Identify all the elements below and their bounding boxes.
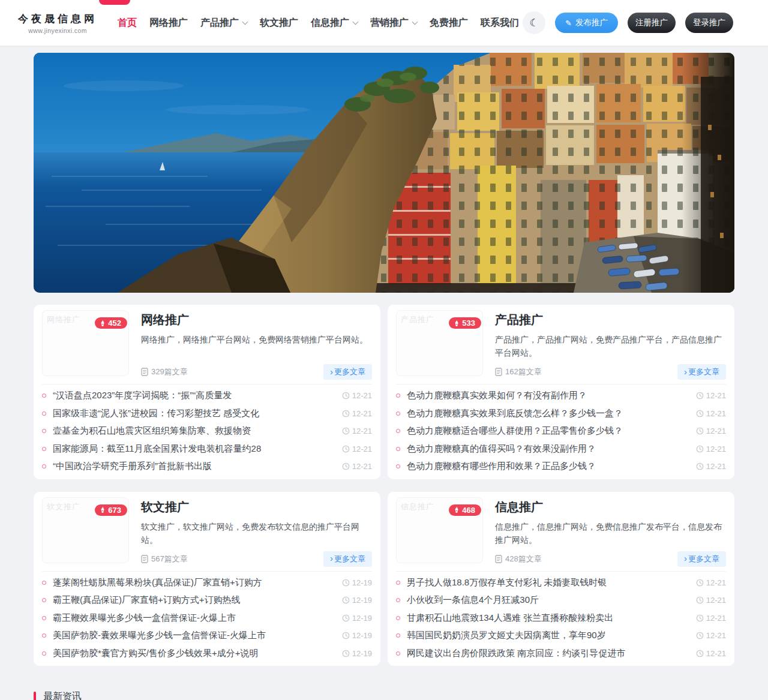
nav-item-network-promotion[interactable]: 网络推广 — [149, 17, 188, 29]
circle-bullet-icon — [42, 598, 46, 602]
hot-count-badge: 533 — [449, 317, 481, 329]
article-count-value: 162篇文章 — [505, 366, 542, 377]
article-link[interactable]: 美国萨勃胶*囊官方购买/售价多少钱效果+成分+说明 — [53, 648, 335, 659]
more-articles-button[interactable]: › 更多文章 — [323, 364, 372, 380]
article-date: 12-21 — [696, 649, 726, 658]
circle-bullet-icon — [42, 616, 46, 620]
article-date: 12-21 — [696, 614, 726, 623]
circle-bullet-icon — [42, 447, 46, 451]
card-title[interactable]: 网络推广 — [141, 312, 372, 328]
card-meta: 567篇文章 › 更多文章 — [141, 551, 372, 567]
article-link[interactable]: 色动力鹿鞭糖真实效果如何？有没有副作用？ — [407, 390, 689, 401]
article-date: 12-21 — [696, 631, 726, 640]
header-actions: ☾ ✎ 发布推广 注册推广 登录推广 — [523, 11, 750, 34]
more-articles-label: 更多文章 — [688, 554, 719, 564]
article-row: 壹基金为积石山地震灾区组织筹集防寒、救援物资 12-21 — [42, 422, 372, 440]
clock-icon — [342, 650, 350, 657]
article-link[interactable]: 甘肃积石山地震致134人遇难 张兰直播称酸辣粉卖出 — [407, 612, 689, 624]
circle-bullet-icon — [396, 429, 400, 433]
article-list: 男子找人做18.8万假存单支付彩礼 未婚妻取钱时银 12-21 小伙收到一条信息… — [396, 571, 726, 663]
article-link[interactable]: 色动力鹿鞭糖真的值得买吗？有效果没副作用？ — [407, 443, 689, 455]
dark-mode-toggle[interactable]: ☾ — [523, 11, 545, 34]
nav-item-info-promotion[interactable]: 信息推广 — [311, 17, 358, 29]
nav-item-product-promotion[interactable]: 产品推广 — [200, 17, 247, 29]
card-network-promotion: 网络推广 452 网络推广 网络推广，网络推广平台网站，免费网络营销推广平台网站… — [34, 305, 380, 479]
article-link[interactable]: 色动力鹿鞭糖有哪些作用和效果？正品多少钱？ — [407, 461, 689, 472]
clock-icon — [342, 596, 350, 604]
clock-icon — [696, 596, 704, 604]
thumbnail-watermark: 软文推广 — [47, 501, 80, 512]
clock-icon — [342, 579, 350, 587]
article-link[interactable]: “中国政治学研究手册系列”首批新书出版 — [53, 461, 335, 472]
latest-news-section-header: 最新资讯 — [34, 690, 734, 700]
hot-count-badge: 468 — [449, 504, 481, 516]
article-link[interactable]: “汉语盘点2023”年度字词揭晓：“振”“高质量发 — [53, 390, 335, 401]
article-link[interactable]: 霸王鞭(真品保证)厂家直销+订购方式+订购热线 — [53, 594, 335, 606]
article-date: 12-21 — [696, 596, 726, 605]
nav-item-label: 产品推广 — [200, 17, 239, 29]
register-button[interactable]: 注册推广 — [628, 13, 676, 33]
article-date: 12-21 — [696, 391, 726, 400]
article-link[interactable]: 男子找人做18.8万假存单支付彩礼 未婚妻取钱时银 — [407, 577, 689, 588]
card-thumbnail[interactable]: 产品推广 533 — [396, 310, 483, 376]
article-link[interactable]: 国家级非遗“泥人张”进校园：传习彩塑技艺 感受文化 — [53, 408, 335, 419]
article-row: 甘肃积石山地震致134人遇难 张兰直播称酸辣粉卖出 12-21 — [396, 609, 726, 627]
more-articles-button[interactable]: › 更多文章 — [677, 551, 726, 567]
article-count: 567篇文章 — [141, 554, 188, 564]
article-link[interactable]: 小伙收到一条信息4个月狂减30斤 — [407, 594, 689, 606]
card-thumbnail[interactable]: 信息推广 468 — [396, 497, 483, 563]
clock-icon — [696, 410, 704, 417]
login-button-label: 登录推广 — [693, 17, 725, 28]
publish-button[interactable]: ✎ 发布推广 — [555, 13, 618, 33]
article-link[interactable]: 霸王鞭效果曝光多少钱一盒信誉保证-火爆上市 — [53, 612, 335, 624]
site-logo[interactable]: 今夜晟信息网 www.jinyexinxi.com — [18, 12, 97, 34]
article-date: 12-21 — [342, 462, 372, 471]
article-link[interactable]: 韩国国民奶奶演员罗文姬丈夫因病离世，享年90岁 — [407, 630, 689, 641]
card-title[interactable]: 产品推广 — [495, 312, 726, 328]
article-link[interactable]: 色动力鹿鞭糖真实效果到底反馈怎么样？多少钱一盒？ — [407, 408, 689, 419]
chevron-right-icon: › — [330, 554, 333, 563]
card-info: 网络推广 网络推广，网络推广平台网站，免费网络营销推广平台网站。 329篇文章 … — [129, 310, 372, 380]
hot-count-badge: 452 — [95, 317, 127, 329]
nav-item-contact-us[interactable]: 联系我们 — [481, 17, 519, 29]
more-articles-button[interactable]: › 更多文章 — [677, 364, 726, 380]
clock-icon — [696, 392, 704, 399]
active-tab-indicator — [99, 0, 130, 5]
hot-count-value: 468 — [462, 506, 475, 514]
card-thumbnail[interactable]: 网络推广 452 — [42, 310, 129, 376]
moon-icon: ☾ — [529, 17, 538, 29]
nav-item-home[interactable]: 首页 — [118, 17, 137, 29]
article-row: 美国萨勃胶*囊官方购买/售价多少钱效果+成分+说明 12-19 — [42, 645, 372, 663]
article-link[interactable]: 美国萨勃胶-囊效果曝光多少钱一盒信誉保证-火爆上市 — [53, 630, 335, 641]
clock-icon — [342, 445, 350, 453]
nav-item-soft-article-promotion[interactable]: 软文推广 — [260, 17, 298, 29]
site-name: 今夜晟信息网 — [18, 12, 97, 26]
card-title[interactable]: 软文推广 — [141, 499, 372, 515]
article-date: 12-21 — [696, 444, 726, 453]
more-articles-label: 更多文章 — [334, 366, 365, 377]
site-url: www.jinyexinxi.com — [18, 27, 97, 34]
nav-item-marketing-promotion[interactable]: 营销推广 — [370, 17, 417, 29]
article-date-value: 12-21 — [706, 444, 726, 453]
more-articles-button[interactable]: › 更多文章 — [323, 551, 372, 567]
card-meta: 428篇文章 › 更多文章 — [495, 551, 726, 567]
nav-item-label: 信息推广 — [311, 17, 349, 29]
nav-item-free-promotion[interactable]: 免费推广 — [430, 17, 468, 29]
article-link[interactable]: 网民建议出台房价限跌政策 南京回应：约谈引导促进市 — [407, 648, 689, 659]
login-button[interactable]: 登录推广 — [685, 13, 733, 33]
card-thumbnail[interactable]: 软文推广 673 — [42, 497, 129, 563]
article-link[interactable]: 色动力鹿鞭糖适合哪些人群使用？正品零售价多少钱？ — [407, 425, 689, 437]
article-row: 小伙收到一条信息4个月狂减30斤 12-21 — [396, 591, 726, 609]
clock-icon — [342, 632, 350, 639]
article-link[interactable]: 壹基金为积石山地震灾区组织筹集防寒、救援物资 — [53, 425, 335, 437]
article-date-value: 12-21 — [706, 462, 726, 471]
card-header: 网络推广 452 网络推广 网络推广，网络推广平台网站，免费网络营销推广平台网站… — [42, 310, 372, 380]
document-icon — [141, 555, 148, 563]
article-link[interactable]: 蓬莱阁牡蛎肽黑莓果粉块(真品保证)厂家直销+订购方 — [53, 577, 335, 588]
article-date-value: 12-21 — [352, 426, 372, 435]
card-title[interactable]: 信息推广 — [495, 499, 726, 515]
article-date-value: 12-21 — [352, 391, 372, 400]
card-header: 产品推广 533 产品推广 产品推广，产品推广网站，免费产品推广平台，产品信息推… — [396, 310, 726, 380]
pencil-icon: ✎ — [565, 19, 572, 28]
article-link[interactable]: 国家能源局：截至11月底全国累计发电装机容量约28 — [53, 443, 335, 455]
